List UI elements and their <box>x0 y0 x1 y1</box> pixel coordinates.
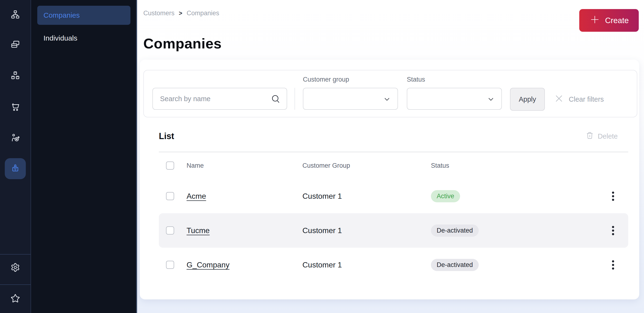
table-row: Tucme Customer 1 De-activated <box>159 213 628 248</box>
search-input[interactable] <box>152 88 287 110</box>
filter-bar: Customer group Status <box>143 70 637 117</box>
filter-divider <box>294 88 295 110</box>
breadcrumb-item-companies[interactable]: Companies <box>186 9 219 17</box>
rail-item-settings[interactable] <box>7 261 24 275</box>
rail-item-sitemap[interactable] <box>7 8 24 22</box>
status-select[interactable] <box>407 88 502 110</box>
company-name-link[interactable]: Acme <box>186 192 206 200</box>
rail-item-favorites[interactable] <box>7 292 24 306</box>
apply-button[interactable]: Apply <box>510 88 545 111</box>
row-actions-button[interactable] <box>607 187 619 205</box>
cart-icon <box>10 102 20 112</box>
status-badge: Active <box>431 190 460 202</box>
search-group <box>152 76 287 110</box>
company-name-link[interactable]: Tucme <box>186 226 210 235</box>
delete-button[interactable]: Delete <box>586 132 618 141</box>
list-title: List <box>159 131 174 141</box>
customer-group-filter: Customer group <box>303 76 398 110</box>
row-actions-button[interactable] <box>607 256 619 273</box>
star-icon <box>10 294 20 304</box>
status-filter: Status <box>407 76 502 110</box>
plus-icon <box>589 14 600 27</box>
table-header-row: Name Customer Group Status <box>159 152 628 179</box>
clear-filters-button[interactable]: Clear filters <box>554 88 604 111</box>
page-title: Companies <box>143 35 222 52</box>
kebab-icon <box>612 190 614 202</box>
customer-group-cell: Customer 1 <box>302 261 431 269</box>
list-header: List Delete <box>159 131 618 141</box>
customer-target-icon <box>10 133 20 143</box>
row-checkbox[interactable] <box>166 192 174 200</box>
rail-item-orders[interactable] <box>7 100 24 114</box>
customer-group-cell: Customer 1 <box>302 226 431 235</box>
sidebar-item-label: Companies <box>44 11 80 19</box>
gear-icon <box>10 263 20 273</box>
app-root: Companies Individuals Customers > Compan… <box>0 0 644 313</box>
kebab-icon <box>612 224 614 237</box>
select-all-checkbox[interactable] <box>166 161 174 170</box>
clear-filters-label: Clear filters <box>569 95 604 103</box>
table-row: G_Company Customer 1 De-activated <box>159 248 628 282</box>
breadcrumb: Customers > Companies <box>143 9 219 17</box>
table-row: Acme Customer 1 Active <box>159 179 628 213</box>
kebab-icon <box>612 259 614 271</box>
payment-cards-icon <box>10 40 20 50</box>
create-button-label: Create <box>605 16 629 25</box>
icon-rail <box>0 0 31 313</box>
rail-divider <box>0 254 30 255</box>
rail-divider <box>0 284 30 285</box>
row-actions-button[interactable] <box>607 222 619 239</box>
company-name-link[interactable]: G_Company <box>186 261 230 269</box>
rail-item-customers[interactable] <box>5 158 26 179</box>
column-header-customer-group: Customer Group <box>302 162 431 169</box>
breadcrumb-separator: > <box>179 10 182 17</box>
search-label-spacer <box>152 76 287 84</box>
rail-item-payments[interactable] <box>7 37 24 52</box>
sidebar-item-label: Individuals <box>44 34 78 42</box>
row-checkbox[interactable] <box>166 226 174 235</box>
content-panel: Customer group Status <box>140 60 639 300</box>
delete-button-label: Delete <box>598 132 618 140</box>
customer-group-select[interactable] <box>303 88 398 110</box>
rail-item-marketing[interactable] <box>7 131 24 145</box>
rail-item-inventory[interactable] <box>7 68 24 83</box>
create-button[interactable]: Create <box>579 9 639 32</box>
status-label: Status <box>407 76 502 84</box>
trash-icon <box>586 132 594 141</box>
sidebar-item-companies[interactable]: Companies <box>37 6 130 25</box>
packages-icon <box>10 71 20 81</box>
main-content: Customers > Companies Create Companies <box>137 0 644 313</box>
customer-group-cell: Customer 1 <box>302 192 431 201</box>
status-badge: De-activated <box>431 259 479 271</box>
sidebar-item-individuals[interactable]: Individuals <box>37 29 130 48</box>
companies-table: Name Customer Group Status Acme Customer… <box>159 152 628 282</box>
column-header-name: Name <box>186 162 302 169</box>
column-header-status: Status <box>431 162 607 169</box>
breadcrumb-item-customers[interactable]: Customers <box>143 9 174 17</box>
status-badge: De-activated <box>431 224 479 237</box>
close-icon <box>554 94 564 105</box>
customer-group-label: Customer group <box>303 76 398 84</box>
sitemap-icon <box>10 10 20 20</box>
row-checkbox[interactable] <box>166 261 174 269</box>
sidebar: Companies Individuals <box>31 0 137 313</box>
customer-badge-icon <box>10 164 20 174</box>
